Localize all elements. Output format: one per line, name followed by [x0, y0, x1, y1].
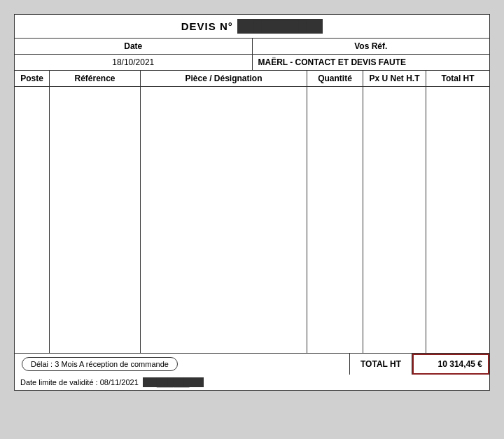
header-data-row: 18/10/2021 MAËRL - CONTACT ET DEVIS FAUT…: [15, 55, 489, 71]
footer-total-label: TOTAL HT: [349, 354, 412, 375]
body-col-quantite: [307, 87, 363, 353]
col-reference-header: Référence: [50, 71, 141, 86]
col-piece-header: Pièce / Désignation: [141, 71, 307, 86]
footer-total-value: 10 314,45 €: [412, 354, 489, 375]
col-pxunet-header: Px U Net H.T: [363, 71, 426, 86]
body-col-totalht: [426, 87, 489, 353]
body-col-poste: [15, 87, 50, 353]
table-body: [15, 87, 489, 354]
date-value: 18/10/2021: [15, 55, 253, 70]
header-info-row: Date Vos Réf.: [15, 39, 489, 55]
col-poste-header: Poste: [15, 71, 50, 86]
devis-label: DEVIS N°: [181, 20, 233, 32]
vosref-label: Vos Réf.: [253, 39, 490, 54]
body-col-reference: [50, 87, 141, 353]
table-header-row: Poste Référence Pièce / Désignation Quan…: [15, 71, 489, 87]
col-totalht-header: Total HT: [426, 71, 489, 86]
document: DEVIS N° ███████ Date Vos Réf. 18/10/202…: [14, 14, 490, 391]
date-limite-value: ██████: [143, 377, 204, 387]
delai-label: Délai : 3 Mois A réception de commande: [22, 357, 178, 371]
footer-delai: Délai : 3 Mois A réception de commande: [15, 354, 349, 375]
date-limite-row: Date limite de validité : 08/11/2021 ███…: [15, 375, 489, 390]
table: Poste Référence Pièce / Désignation Quan…: [15, 71, 489, 354]
col-quantite-header: Quantité: [307, 71, 363, 86]
footer-row: Délai : 3 Mois A réception de commande T…: [15, 354, 489, 375]
ref-value: MAËRL - CONTACT ET DEVIS FAUTE: [253, 55, 490, 70]
devis-number: ███████: [237, 19, 323, 34]
date-label: Date: [15, 39, 253, 54]
body-col-piece: [141, 87, 307, 353]
header-title-row: DEVIS N° ███████: [15, 15, 489, 39]
date-limite-label: Date limite de validité : 08/11/2021: [20, 378, 139, 386]
body-col-pxunet: [363, 87, 426, 353]
